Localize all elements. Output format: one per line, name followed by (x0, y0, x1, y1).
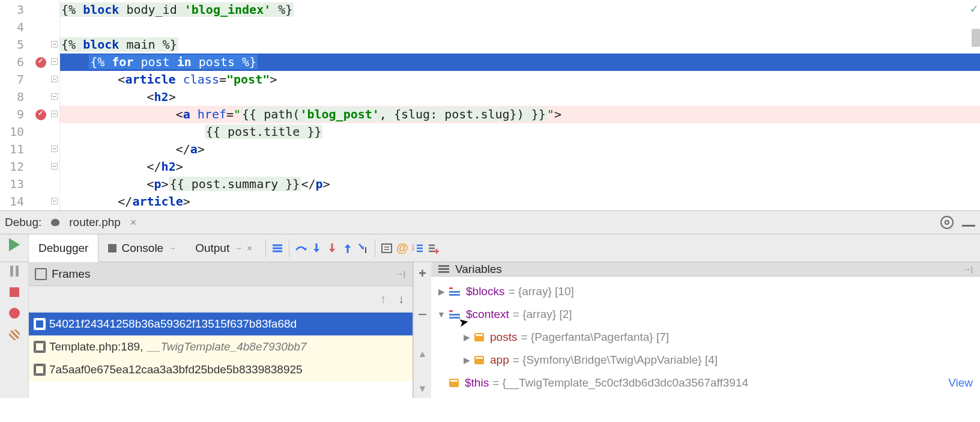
variable-row[interactable]: ▼ $context = {array} [2] (431, 303, 980, 326)
svg-rect-7 (382, 244, 392, 252)
array-icon (449, 287, 460, 296)
fold-toggle-icon[interactable] (51, 163, 58, 170)
view-breakpoints-icon[interactable] (9, 308, 20, 319)
show-threads-icon[interactable] (270, 240, 285, 256)
tab-output[interactable]: Output→× (186, 234, 262, 262)
debug-label: Debug: (5, 216, 41, 229)
minimize-icon[interactable] (962, 225, 975, 227)
fold-toggle-icon[interactable] (51, 145, 58, 152)
fold-toggle-icon[interactable] (51, 93, 58, 100)
inspection-ok-icon[interactable]: ✓ (970, 1, 978, 16)
variables-icon (438, 265, 449, 273)
code-area[interactable]: {% block body_id 'blog_index' %} {% bloc… (60, 0, 980, 210)
fold-toggle-icon[interactable] (51, 111, 58, 117)
frames-icon (36, 269, 46, 279)
stack-frame-icon (35, 342, 44, 352)
expand-icon[interactable]: ▶ (462, 355, 471, 365)
pause-icon[interactable] (10, 266, 19, 277)
debug-tabs-row: Debugger Console→ Output→× @ 12 (0, 234, 980, 262)
tab-debugger[interactable]: Debugger (29, 234, 98, 262)
stop-icon[interactable] (10, 287, 19, 297)
scroll-down-icon[interactable]: ▼ (418, 384, 428, 394)
settings-icon[interactable] (940, 216, 954, 229)
variable-row[interactable]: ▶ $blocks = {array} [10] (431, 280, 980, 303)
variables-tree[interactable]: ▶ $blocks = {array} [10] ▼ $context = {a… (431, 277, 980, 398)
expand-icon[interactable]: ▶ (437, 287, 446, 296)
list-icon[interactable]: 12 (410, 240, 426, 256)
previous-frame-icon[interactable]: ↑ (380, 292, 386, 306)
view-link[interactable]: View (948, 376, 973, 390)
add-watch-icon[interactable] (426, 240, 441, 256)
console-icon (108, 244, 116, 252)
debug-left-toolbar (0, 234, 29, 261)
frames-panel: Frames →| ↑ ↓ 54021f24341258b36a59362f13… (29, 262, 413, 398)
fold-gutter[interactable] (50, 0, 60, 210)
frames-scroll-controls: + − ▲ ▼ (413, 262, 431, 398)
close-icon[interactable]: × (247, 243, 252, 253)
next-frame-icon[interactable]: ↓ (398, 292, 404, 306)
resume-icon[interactable] (9, 238, 20, 251)
run-to-cursor-icon[interactable] (355, 240, 371, 256)
scroll-up-icon[interactable]: ▲ (418, 349, 428, 359)
force-step-into-icon[interactable] (324, 240, 340, 256)
collapse-icon[interactable]: ▼ (437, 310, 446, 319)
object-icon (474, 356, 484, 364)
variable-row[interactable]: $this = {__TwigTemplate_5c0cf3db6d3dc0a3… (431, 372, 980, 394)
stack-frame-icon (35, 365, 44, 375)
variables-title: Variables (455, 263, 502, 276)
line-number-gutter: 3 4 5 6 7 8 9 10 11 12 13 14 (0, 0, 31, 210)
variable-row[interactable]: ▶ app = {Symfony\Bridge\Twig\AppVariable… (431, 349, 980, 372)
step-into-icon[interactable] (309, 240, 324, 256)
frames-list[interactable]: 54021f24341258b36a59362f13515f637b83fa68… (29, 313, 413, 398)
breakpoint-gutter[interactable] (31, 0, 50, 210)
bug-icon (50, 217, 61, 228)
fold-toggle-icon[interactable] (51, 76, 58, 82)
frame-row[interactable]: 7a5aaf0e675ea12caa3a3bfd25bde5b833983892… (29, 358, 413, 381)
tab-console[interactable]: Console→ (98, 234, 186, 262)
debug-panels: Frames →| ↑ ↓ 54021f24341258b36a59362f13… (0, 262, 980, 398)
watch-icon[interactable]: @ (395, 240, 410, 256)
frames-title: Frames (52, 268, 90, 281)
object-icon (474, 333, 484, 341)
fold-toggle-icon[interactable] (51, 58, 58, 65)
remove-icon[interactable]: − (418, 305, 427, 324)
detach-icon[interactable]: →| (396, 269, 405, 278)
object-icon (449, 379, 459, 387)
svg-text:2: 2 (412, 247, 414, 251)
mute-breakpoints-icon[interactable] (9, 329, 20, 340)
frame-row[interactable]: 54021f24341258b36a59362f13515f637b83fa68… (29, 313, 413, 335)
stack-frame-icon (35, 319, 44, 329)
expand-icon[interactable]: ▶ (462, 332, 471, 342)
evaluate-expression-icon[interactable] (379, 240, 395, 256)
breakpoint-marker[interactable] (35, 109, 46, 120)
step-out-icon[interactable] (340, 240, 355, 256)
debug-toolwindow-header: Debug: router.php × (0, 210, 980, 234)
breakpoint-marker[interactable] (35, 57, 46, 68)
fold-toggle-icon[interactable] (51, 41, 58, 47)
scrollbar-thumb[interactable] (972, 29, 980, 47)
frame-row[interactable]: Template.php:189, __TwigTemplate_4b8e793… (29, 335, 413, 358)
add-icon[interactable]: + (419, 266, 426, 281)
variables-panel: Variables →| ▶ $blocks = {array} [10] ▼ … (431, 262, 980, 398)
code-editor[interactable]: 3 4 5 6 7 8 9 10 11 12 13 14 {% block bo… (0, 0, 980, 210)
frames-toolbar: ↑ ↓ (29, 286, 413, 313)
step-over-icon[interactable] (293, 240, 309, 256)
variable-row[interactable]: ▶ posts = {Pagerfanta\Pagerfanta} [7] (431, 326, 980, 349)
close-icon[interactable]: × (130, 216, 137, 229)
debug-side-toolbar (0, 262, 29, 398)
fold-toggle-icon[interactable] (51, 198, 58, 204)
detach-icon[interactable]: →| (963, 265, 973, 274)
debug-session-tab[interactable]: router.php (69, 216, 121, 229)
